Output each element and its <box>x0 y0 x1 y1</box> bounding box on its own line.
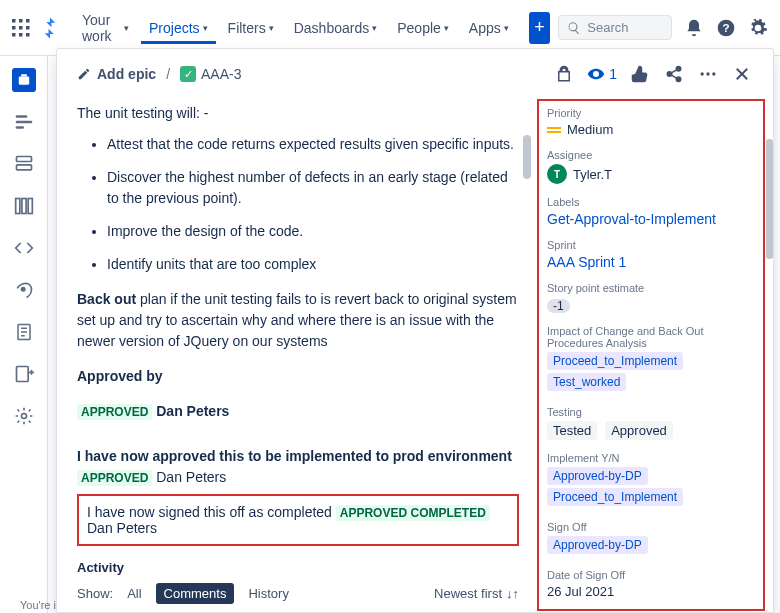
assignee-label: Assignee <box>547 149 755 161</box>
labels-label: Labels <box>547 196 755 208</box>
impact-label: Impact of Change and Back Out Procedures… <box>547 325 755 349</box>
impact-tag[interactable]: Proceed_to_Implement <box>547 352 683 370</box>
nav-dashboards[interactable]: Dashboards▾ <box>286 12 386 44</box>
nav-filters[interactable]: Filters▾ <box>220 12 282 44</box>
more-actions-icon[interactable] <box>697 63 719 85</box>
project-settings-icon[interactable] <box>12 404 36 428</box>
svg-text:?: ? <box>722 21 729 34</box>
nav-apps[interactable]: Apps▾ <box>461 12 517 44</box>
nav-your-work[interactable]: Your work▾ <box>74 4 137 52</box>
add-epic-button[interactable]: Add epic <box>77 66 156 82</box>
assignee-avatar: T <box>547 164 567 184</box>
bullet-item: Attest that the code returns expected re… <box>107 134 519 155</box>
settings-icon[interactable] <box>748 16 768 40</box>
story-point-value[interactable]: -1 <box>547 299 570 313</box>
svg-point-30 <box>676 67 681 72</box>
approval-line-2: I have now approved this to be implement… <box>77 446 519 488</box>
testing-label: Testing <box>547 406 755 418</box>
label-link[interactable]: Get-Approval-to-Implement <box>547 211 716 227</box>
bullet-item: Identify units that are too complex <box>107 254 519 275</box>
svg-rect-7 <box>19 33 23 37</box>
signoff-label: Sign Off <box>547 521 755 533</box>
jira-logo-icon[interactable] <box>38 16 62 40</box>
board-icon[interactable] <box>12 194 36 218</box>
approved-tag: APPROVED <box>77 470 152 486</box>
lock-icon[interactable] <box>553 63 575 85</box>
story-type-icon: ✓ <box>180 66 196 82</box>
svg-rect-16 <box>16 157 31 162</box>
implement-tag[interactable]: Proceed_to_Implement <box>547 488 683 506</box>
issue-key-text: AAA-3 <box>201 66 241 82</box>
svg-rect-26 <box>16 367 28 382</box>
story-point-label: Story point estimate <box>547 282 755 294</box>
highlighted-approval: I have now signed this off as completed … <box>77 494 519 546</box>
svg-rect-3 <box>12 26 16 30</box>
highlighted-side-panel: Priority Medium Assignee T Tyler.T Label… <box>537 99 765 611</box>
tab-history[interactable]: History <box>240 583 296 604</box>
issue-key-link[interactable]: ✓ AAA-3 <box>180 66 241 82</box>
sort-newest-first[interactable]: Newest first ↓↑ <box>434 586 519 601</box>
project-icon[interactable] <box>12 68 36 92</box>
create-button[interactable]: + <box>529 12 551 44</box>
side-scrollbar[interactable] <box>765 93 773 612</box>
description-bullets: Attest that the code returns expected re… <box>77 134 519 275</box>
nav-people[interactable]: People▾ <box>389 12 457 44</box>
impact-tag[interactable]: Test_worked <box>547 373 626 391</box>
svg-rect-11 <box>18 77 29 85</box>
search-input[interactable]: Search <box>558 15 672 40</box>
svg-rect-14 <box>15 121 32 124</box>
breadcrumb-separator: / <box>166 66 170 82</box>
share-icon[interactable] <box>663 63 685 85</box>
date-signoff-value[interactable]: 26 Jul 2021 <box>547 584 755 599</box>
vote-icon[interactable] <box>629 63 651 85</box>
releases-icon[interactable] <box>12 278 36 302</box>
svg-point-21 <box>21 288 24 291</box>
assignee-value[interactable]: T Tyler.T <box>547 164 755 184</box>
nav-projects[interactable]: Projects▾ <box>141 12 216 44</box>
sprint-link[interactable]: AAA Sprint 1 <box>547 254 626 270</box>
svg-point-37 <box>712 72 715 75</box>
priority-label: Priority <box>547 107 755 119</box>
help-icon[interactable]: ? <box>716 16 736 40</box>
svg-line-33 <box>671 70 676 73</box>
pages-icon[interactable] <box>12 320 36 344</box>
svg-rect-6 <box>12 33 16 37</box>
date-signoff-label: Date of Sign Off <box>547 569 755 581</box>
svg-point-31 <box>667 72 672 77</box>
backlog-icon[interactable] <box>12 152 36 176</box>
svg-rect-17 <box>16 165 31 170</box>
approver-name: Dan Peters <box>87 520 157 536</box>
svg-line-34 <box>671 75 676 78</box>
svg-point-29 <box>21 414 26 419</box>
app-switcher-icon[interactable] <box>12 16 30 40</box>
implement-yn-label: Implement Y/N <box>547 452 755 464</box>
svg-rect-19 <box>21 199 25 214</box>
roadmap-icon[interactable] <box>12 110 36 134</box>
testing-value: Tested <box>547 421 597 440</box>
approved-tag: APPROVED <box>77 404 152 420</box>
priority-value[interactable]: Medium <box>547 122 755 137</box>
tab-comments[interactable]: Comments <box>156 583 235 604</box>
close-icon[interactable] <box>731 63 753 85</box>
svg-rect-1 <box>19 19 23 23</box>
add-epic-label: Add epic <box>97 66 156 82</box>
notifications-icon[interactable] <box>684 16 704 40</box>
svg-rect-15 <box>15 126 23 129</box>
svg-rect-2 <box>26 19 30 23</box>
add-item-icon[interactable] <box>12 362 36 386</box>
watch-button[interactable]: 1 <box>587 65 617 83</box>
svg-rect-4 <box>19 26 23 30</box>
svg-point-32 <box>676 77 681 82</box>
activity-heading: Activity <box>77 560 519 575</box>
code-icon[interactable] <box>12 236 36 260</box>
search-placeholder: Search <box>587 20 628 35</box>
show-label: Show: <box>77 586 113 601</box>
description-intro: The unit testing will: - <box>77 103 519 124</box>
svg-rect-5 <box>26 26 30 30</box>
signoff-tag[interactable]: Approved-by-DP <box>547 536 648 554</box>
svg-rect-20 <box>28 199 32 214</box>
tab-all[interactable]: All <box>119 583 149 604</box>
implement-tag[interactable]: Approved-by-DP <box>547 467 648 485</box>
svg-rect-18 <box>15 199 19 214</box>
main-scrollbar[interactable] <box>523 135 531 179</box>
